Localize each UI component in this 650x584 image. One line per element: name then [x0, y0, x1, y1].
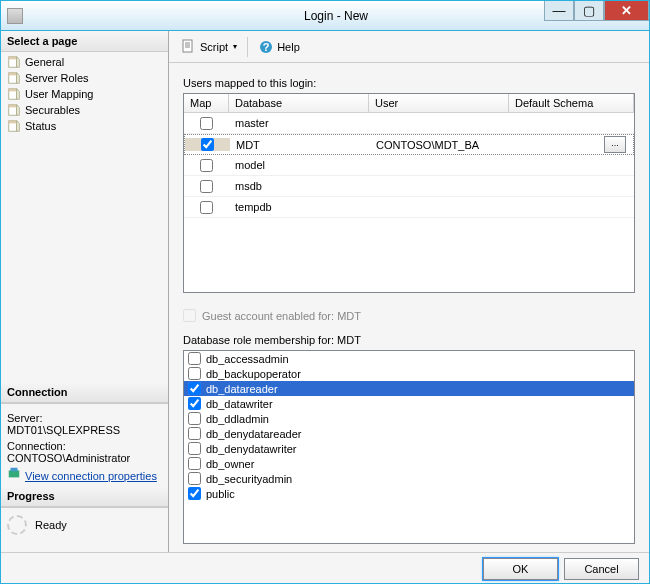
footer: OK Cancel [1, 552, 649, 584]
ok-button[interactable]: OK [483, 558, 558, 580]
role-item-public[interactable]: public [184, 486, 634, 501]
page-label: General [25, 56, 64, 68]
map-checkbox[interactable] [200, 159, 213, 172]
role-item-db_denydatareader[interactable]: db_denydatareader [184, 426, 634, 441]
mapping-grid-body: masterMDTCONTOSO\MDT_BA...modelmsdbtempd… [184, 113, 634, 218]
guest-checkbox [183, 309, 196, 322]
progress-spinner-icon [7, 515, 27, 535]
sidebar-page-user-mapping[interactable]: User Mapping [5, 86, 164, 102]
map-checkbox[interactable] [200, 180, 213, 193]
page-label: Server Roles [25, 72, 89, 84]
connection-props-icon [7, 466, 21, 480]
svg-rect-9 [9, 121, 17, 124]
map-checkbox[interactable] [200, 117, 213, 130]
table-row[interactable]: MDTCONTOSO\MDT_BA... [184, 134, 634, 155]
mapping-label: Users mapped to this login: [183, 77, 635, 89]
sidebar-page-status[interactable]: Status [5, 118, 164, 134]
col-map[interactable]: Map [184, 94, 229, 112]
role-checkbox[interactable] [188, 487, 201, 500]
db-cell: tempdb [229, 201, 369, 213]
sidebar: Select a page GeneralServer RolesUser Ma… [1, 31, 169, 552]
minimize-button[interactable]: — [544, 1, 574, 21]
role-checkbox[interactable] [188, 427, 201, 440]
col-user[interactable]: User [369, 94, 509, 112]
page-list: GeneralServer RolesUser MappingSecurable… [1, 52, 168, 136]
schema-cell: ... [510, 136, 633, 153]
db-cell: master [229, 117, 369, 129]
script-button[interactable]: Script [177, 37, 241, 57]
role-checkbox[interactable] [188, 397, 201, 410]
connection-label: Connection: [7, 440, 162, 452]
sidebar-page-securables[interactable]: Securables [5, 102, 164, 118]
db-cell: MDT [230, 139, 370, 151]
table-row[interactable]: master [184, 113, 634, 134]
role-label: db_ddladmin [206, 413, 269, 425]
role-item-db_owner[interactable]: db_owner [184, 456, 634, 471]
table-row[interactable]: msdb [184, 176, 634, 197]
map-checkbox[interactable] [200, 201, 213, 214]
col-database[interactable]: Database [229, 94, 369, 112]
select-page-heading: Select a page [1, 31, 168, 52]
maximize-button[interactable]: ▢ [574, 1, 604, 21]
role-label: db_denydatawriter [206, 443, 297, 455]
role-item-db_securityadmin[interactable]: db_securityadmin [184, 471, 634, 486]
svg-rect-3 [9, 73, 17, 76]
role-item-db_accessadmin[interactable]: db_accessadmin [184, 351, 634, 366]
role-checkbox[interactable] [188, 472, 201, 485]
close-button[interactable]: ✕ [604, 1, 649, 21]
schema-browse-button[interactable]: ... [604, 136, 626, 153]
table-row[interactable]: model [184, 155, 634, 176]
help-button[interactable]: ? Help [254, 37, 304, 57]
user-cell: CONTOSO\MDT_BA [370, 139, 510, 151]
connection-value: CONTOSO\Administrator [7, 452, 162, 464]
mapping-grid: Map Database User Default Schema masterM… [183, 93, 635, 293]
help-label: Help [277, 41, 300, 53]
svg-rect-5 [9, 89, 17, 92]
page-label: Securables [25, 104, 80, 116]
role-checkbox[interactable] [188, 352, 201, 365]
sidebar-page-server-roles[interactable]: Server Roles [5, 70, 164, 86]
page-icon [7, 55, 21, 69]
progress-panel: Ready [1, 507, 168, 552]
roles-label: Database role membership for: MDT [183, 334, 635, 346]
role-label: db_backupoperator [206, 368, 301, 380]
role-checkbox[interactable] [188, 367, 201, 380]
role-checkbox[interactable] [188, 442, 201, 455]
role-item-db_datareader[interactable]: db_datareader [184, 381, 634, 396]
svg-rect-10 [9, 470, 20, 477]
page-icon [7, 87, 21, 101]
main: Script ? Help Users mapped to this login… [169, 31, 649, 552]
progress-status: Ready [35, 519, 67, 531]
cancel-button[interactable]: Cancel [564, 558, 639, 580]
connection-heading: Connection [1, 382, 168, 403]
role-item-db_denydatawriter[interactable]: db_denydatawriter [184, 441, 634, 456]
map-checkbox[interactable] [201, 138, 214, 151]
table-row[interactable]: tempdb [184, 197, 634, 218]
server-value: MDT01\SQLEXPRESS [7, 424, 162, 436]
help-icon: ? [258, 39, 274, 55]
sidebar-page-general[interactable]: General [5, 54, 164, 70]
svg-rect-11 [11, 468, 18, 472]
role-item-db_backupoperator[interactable]: db_backupoperator [184, 366, 634, 381]
role-item-db_ddladmin[interactable]: db_ddladmin [184, 411, 634, 426]
svg-rect-12 [183, 40, 192, 52]
app-icon [7, 8, 23, 24]
role-checkbox[interactable] [188, 382, 201, 395]
role-list: db_accessadmindb_backupoperatordb_datare… [183, 350, 635, 544]
window-buttons: — ▢ ✕ [544, 1, 649, 21]
col-default-schema[interactable]: Default Schema [509, 94, 634, 112]
toolbar: Script ? Help [169, 31, 649, 63]
role-label: db_owner [206, 458, 254, 470]
svg-rect-1 [9, 57, 17, 60]
script-label: Script [200, 41, 228, 53]
role-checkbox[interactable] [188, 412, 201, 425]
view-connection-properties-link[interactable]: View connection properties [25, 470, 157, 482]
role-checkbox[interactable] [188, 457, 201, 470]
role-item-db_datawriter[interactable]: db_datawriter [184, 396, 634, 411]
role-label: db_accessadmin [206, 353, 289, 365]
role-label: db_denydatareader [206, 428, 301, 440]
server-label: Server: [7, 412, 162, 424]
page-label: Status [25, 120, 56, 132]
script-icon [181, 39, 197, 55]
progress-heading: Progress [1, 486, 168, 507]
